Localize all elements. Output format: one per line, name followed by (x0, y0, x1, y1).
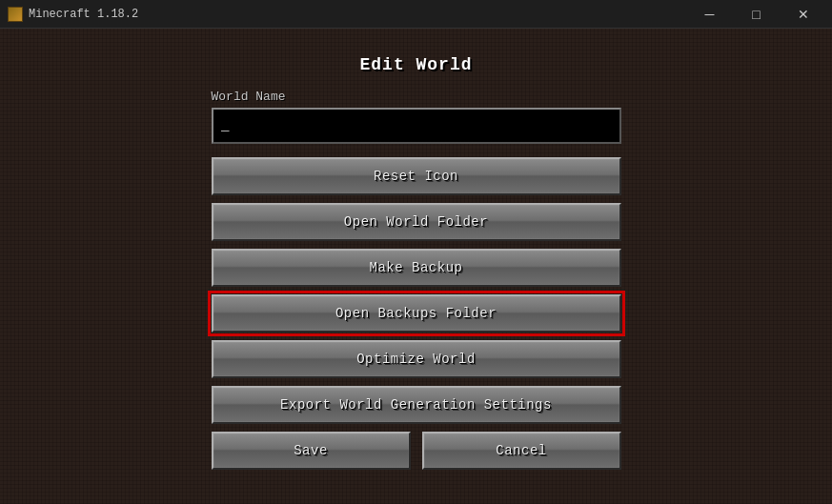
titlebar: Minecraft 1.18.2 ─ □ ✕ (0, 0, 832, 29)
close-button[interactable]: ✕ (781, 0, 824, 29)
dialog-title: Edit World (359, 55, 472, 74)
reset-icon-button[interactable]: Reset Icon (212, 157, 621, 195)
open-world-folder-button[interactable]: Open World Folder (212, 203, 621, 241)
open-backups-folder-wrapper: Open Backups Folder (212, 294, 621, 340)
make-backup-button[interactable]: Make Backup (212, 249, 621, 287)
world-name-label: World Name (212, 90, 621, 104)
save-button[interactable]: Save (212, 432, 411, 470)
app-icon (8, 7, 23, 22)
window-controls: ─ □ ✕ (688, 0, 824, 29)
app-title: Minecraft 1.18.2 (29, 8, 688, 21)
open-backups-folder-button[interactable]: Open Backups Folder (212, 294, 621, 333)
export-world-gen-button[interactable]: Export World Generation Settings (212, 386, 621, 424)
bottom-button-row: Save Cancel (212, 432, 621, 477)
world-name-input[interactable] (212, 108, 621, 144)
world-name-section: World Name (212, 90, 621, 144)
main-content: Edit World World Name Reset Icon Open Wo… (0, 29, 832, 504)
edit-world-dialog: Edit World World Name Reset Icon Open Wo… (212, 55, 621, 477)
cancel-button[interactable]: Cancel (422, 432, 621, 470)
optimize-world-button[interactable]: Optimize World (212, 340, 621, 378)
minimize-button[interactable]: ─ (688, 0, 731, 29)
maximize-button[interactable]: □ (735, 0, 778, 29)
